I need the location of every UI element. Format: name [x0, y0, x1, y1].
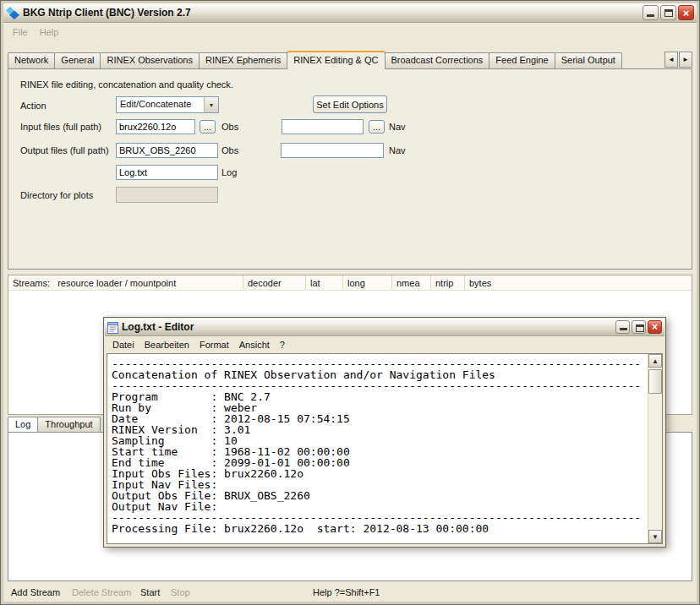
tab-rinex-editing-qc[interactable]: RINEX Editing & QC [287, 51, 385, 69]
streams-header-ntrip: ntrip [431, 275, 465, 290]
input-obs-field[interactable] [116, 119, 195, 134]
streams-header-lat: lat [306, 275, 343, 290]
streams-header-mountpoint: Streams: resource loader / mountpoint [8, 275, 243, 290]
window-title: BKG Ntrip Client (BNC) Version 2.7 [23, 7, 639, 19]
output-files-label: Output files (full path) [20, 145, 109, 155]
editor-menu-ansicht[interactable]: Ansicht [234, 338, 275, 352]
close-button[interactable]: × [678, 5, 694, 20]
panel-description: RINEX file editing, concatenation and qu… [20, 79, 233, 90]
menu-help[interactable]: Help [34, 25, 65, 40]
tab-bar: Network General RINEX Observations RINEX… [8, 50, 692, 68]
output-nav-field[interactable] [281, 143, 384, 158]
editor-minimize-icon [620, 328, 627, 330]
delete-stream-button: Delete Stream [72, 587, 131, 597]
main-titlebar[interactable]: BKG Ntrip Client (BNC) Version 2.7 × [3, 3, 697, 23]
tab-log[interactable]: Log [8, 417, 38, 432]
tab-feed-engine[interactable]: Feed Engine [489, 52, 555, 68]
maximize-icon [664, 9, 673, 17]
minimize-icon [647, 14, 654, 17]
editor-menu-format[interactable]: Format [194, 338, 234, 352]
scroll-up-icon[interactable]: ▲ [648, 354, 662, 368]
editor-titlebar[interactable]: Log.txt - Editor × [105, 319, 664, 336]
bottom-tab-bar: Log Throughput [8, 417, 100, 432]
output-obs-field[interactable] [116, 143, 218, 158]
tab-serial-output[interactable]: Serial Output [555, 52, 622, 68]
streams-header-bytes: bytes [465, 275, 692, 290]
tab-throughput[interactable]: Throughput [37, 417, 100, 432]
tab-network[interactable]: Network [8, 52, 55, 68]
editor-window: Log.txt - Editor × Datei Bearbeiten Form… [103, 317, 666, 548]
tab-rinex-observations[interactable]: RINEX Observations [100, 52, 199, 68]
editor-minimize-button[interactable] [615, 320, 630, 334]
add-stream-button[interactable]: Add Stream [11, 587, 60, 597]
browse-input-nav-button[interactable]: ... [369, 120, 385, 134]
tab-scroll-buttons: ◄ ► [664, 52, 692, 68]
input-nav-field[interactable] [282, 119, 364, 134]
menu-file[interactable]: File [7, 25, 34, 40]
stop-button: Stop [171, 587, 190, 597]
logfile-suffix-label: Log [221, 167, 237, 177]
streams-header-long: long [343, 275, 392, 290]
input-nav-suffix-label: Nav [389, 122, 406, 132]
editor-scrollbar[interactable]: ▲ ▼ [648, 354, 662, 543]
streams-header-nmea: nmea [392, 275, 431, 290]
editor-menubar: Datei Bearbeiten Format Ansicht ? [105, 336, 664, 352]
tab-scroll-left-icon[interactable]: ◄ [664, 52, 678, 68]
action-select-value: Edit/Concatenate [117, 97, 204, 112]
editor-text-area[interactable]: ----------------------------------------… [107, 353, 663, 544]
streams-header: Streams: resource loader / mountpoint de… [8, 275, 692, 291]
action-label: Action [20, 101, 46, 111]
help-button[interactable]: Help ?=Shift+F1 [313, 587, 380, 597]
start-button[interactable]: Start [140, 587, 160, 597]
logfile-field[interactable] [116, 165, 218, 180]
scroll-thumb[interactable] [648, 369, 662, 394]
editor-close-button[interactable]: × [648, 320, 662, 334]
combo-dropdown-icon: ▼ [204, 97, 218, 112]
close-icon: × [683, 8, 690, 19]
minimize-button[interactable] [643, 5, 659, 20]
output-nav-suffix-label: Nav [389, 145, 406, 155]
editor-menu-hilfe[interactable]: ? [275, 338, 290, 352]
streams-header-decoder: decoder [243, 275, 306, 290]
rinex-editing-panel: RINEX file editing, concatenation and qu… [8, 68, 692, 270]
browse-input-obs-button[interactable]: ... [200, 120, 216, 134]
editor-maximize-icon [636, 324, 644, 332]
maximize-button[interactable] [660, 5, 676, 20]
bnc-app-icon [6, 7, 19, 19]
editor-close-icon: × [652, 322, 658, 332]
tab-general[interactable]: General [54, 52, 101, 68]
input-files-label: Input files (full path) [20, 122, 101, 132]
window-controls: × [643, 5, 694, 20]
editor-menu-bearbeiten[interactable]: Bearbeiten [139, 338, 194, 352]
input-obs-suffix-label: Obs [221, 122, 238, 132]
editor-text-line: Processing File: brux2260.12o start: 201… [112, 523, 643, 534]
set-edit-options-button[interactable]: Set Edit Options [313, 95, 387, 113]
screen: BKG Ntrip Client (BNC) Version 2.7 × Fil… [0, 0, 700, 605]
plots-dir-field [116, 187, 218, 203]
tab-broadcast-corrections[interactable]: Broadcast Corrections [385, 52, 490, 68]
output-obs-suffix-label: Obs [221, 145, 238, 155]
editor-menu-datei[interactable]: Datei [107, 338, 139, 352]
editor-title: Log.txt - Editor [122, 321, 612, 333]
editor-window-controls: × [615, 320, 662, 334]
editor-maximize-button[interactable] [632, 320, 646, 334]
action-select[interactable]: Edit/Concatenate ▼ [116, 96, 219, 113]
action-bar: Add Stream Delete Stream Start Stop Help… [4, 584, 696, 602]
plots-dir-label: Directory for plots [20, 190, 93, 200]
scroll-down-icon[interactable]: ▼ [648, 530, 662, 543]
tab-rinex-ephemeris[interactable]: RINEX Ephemeris [199, 52, 287, 68]
notepad-icon [107, 321, 118, 334]
tab-scroll-right-icon[interactable]: ► [679, 52, 692, 68]
main-menubar: File Help [4, 24, 696, 41]
